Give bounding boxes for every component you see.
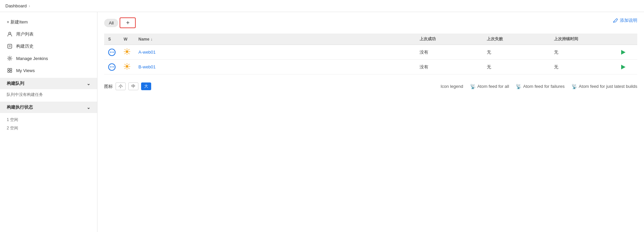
run-button[interactable] [621,65,626,69]
table-row: B-web01没有无无 [104,60,637,74]
views-icon [7,67,13,73]
breadcrumb-separator: › [29,4,30,8]
sidebar-item-manage[interactable]: Manage Jenkins [0,52,97,64]
status-cell [104,45,120,60]
run-cell [617,45,637,60]
build-executor-label: 构建执行状态 [7,104,33,110]
last-fail-cell: 无 [483,60,550,74]
icon-size-label: 图标 [104,83,113,90]
status-cell [104,60,120,74]
build-queue-empty: 队列中没有构建任务 [7,92,43,97]
col-header-last-success: 上次成功 [416,34,483,45]
sidebar-item-new[interactable]: + 新建Item [0,16,97,28]
icon-legend-link[interactable]: Icon legend [440,84,463,89]
executor-2: 2 空闲 [7,124,90,132]
job-name-cell: A-web01 [134,45,416,60]
col-header-s: S [104,34,120,45]
build-history-label: 构建历史 [16,43,34,49]
last-fail-cell: 无 [483,45,550,60]
last-duration-cell: 无 [550,60,617,74]
size-small-button[interactable]: 小 [116,82,126,90]
weather-cell [120,45,134,60]
svg-line-17 [125,53,125,54]
atom-all-link[interactable]: 📡 Atom feed for all [470,84,509,89]
size-large-button[interactable]: 大 [141,82,151,90]
last-duration-cell: 无 [550,45,617,60]
executor-1: 1 空闲 [7,116,90,124]
size-controls: 图标 小 中 大 [104,82,151,90]
svg-line-23 [125,64,125,65]
atom-latest-link[interactable]: 📡 Atom feed for just latest builds [571,84,637,89]
svg-point-0 [9,32,11,34]
build-executor-section[interactable]: 构建执行状态 ⌄ [0,102,97,113]
col-header-last-fail: 上次失败 [483,34,550,45]
tab-all[interactable]: All [104,19,118,27]
last-success-cell: 没有 [416,45,483,60]
rss-failures-icon: 📡 [516,84,521,89]
svg-line-16 [129,49,129,50]
build-queue-chevron: ⌄ [87,81,90,86]
build-queue-section[interactable]: 构建队列 ⌄ [0,78,97,89]
gear-icon [7,55,13,61]
add-desc-label: 添加说明 [620,17,637,23]
svg-line-24 [129,68,129,69]
weather-sun-icon [124,48,130,55]
atom-failures-link[interactable]: 📡 Atom feed for failures [516,84,565,89]
breadcrumb: Dashboard › [5,3,32,8]
build-executor-chevron: ⌄ [87,105,90,110]
breadcrumb-dashboard[interactable]: Dashboard [5,3,27,8]
svg-rect-1 [8,44,12,48]
sidebar-item-build-history[interactable]: 构建历史 [0,40,97,52]
job-name-cell: B-web01 [134,60,416,74]
svg-line-15 [129,53,129,54]
job-link[interactable]: A-web01 [138,50,156,55]
svg-point-4 [9,58,11,59]
sidebar-item-myviews[interactable]: My Views [0,64,97,76]
svg-point-9 [126,50,128,53]
svg-line-25 [129,64,129,65]
tab-add-icon: + [126,19,130,26]
rss-all-icon: 📡 [470,84,476,89]
user-icon [7,31,13,37]
add-description-button[interactable]: 添加说明 [613,17,637,23]
footer-row: 图标 小 中 大 Icon legend 📡 Atom feed for all… [104,80,637,90]
icon-legend-label: Icon legend [440,84,463,89]
col-header-run [617,34,637,45]
edit-icon [613,18,618,23]
svg-rect-6 [10,68,12,70]
svg-rect-5 [8,68,9,70]
run-cell [617,60,637,74]
col-header-name[interactable]: Name ↓ [134,34,416,45]
tab-add-button[interactable]: + [120,17,136,28]
table-row: A-web01没有无无 [104,45,637,60]
status-icon [108,49,116,56]
main-layout: + 新建Item 用户列表 构建历史 [0,12,644,232]
run-button[interactable] [621,50,626,55]
build-executor-content: 1 空闲 2 空闲 [0,113,97,134]
manage-jenkins-label: Manage Jenkins [16,56,48,61]
weather-sun-icon [124,63,130,70]
jobs-table: S W Name ↓ 上次成功 上次失败 上次持续时间 [104,34,637,74]
weather-cell [120,60,134,74]
my-views-label: My Views [16,68,35,73]
job-link[interactable]: B-web01 [138,64,156,69]
last-success-cell: 没有 [416,60,483,74]
svg-rect-8 [10,71,12,72]
svg-point-18 [126,65,128,68]
status-icon [108,63,116,71]
table-header-row: S W Name ↓ 上次成功 上次失败 上次持续时间 [104,34,637,45]
atom-all-label: Atom feed for all [477,84,509,89]
build-queue-label: 构建队列 [7,80,24,86]
size-medium-button[interactable]: 中 [128,82,138,90]
svg-rect-7 [8,71,9,72]
col-header-w: W [120,34,134,45]
main-content: 添加说明 All + S W Name ↓ 上次成功 上次失败 上次持续时间 [97,12,644,232]
run-triangle-icon [621,50,626,55]
atom-latest-label: Atom feed for just latest builds [579,84,637,89]
atom-failures-label: Atom feed for failures [523,84,565,89]
sidebar: + 新建Item 用户列表 构建历史 [0,12,97,232]
sidebar-item-users[interactable]: 用户列表 [0,28,97,40]
history-icon [7,43,13,49]
svg-line-26 [125,68,125,69]
footer-links: Icon legend 📡 Atom feed for all 📡 Atom f… [440,84,637,89]
